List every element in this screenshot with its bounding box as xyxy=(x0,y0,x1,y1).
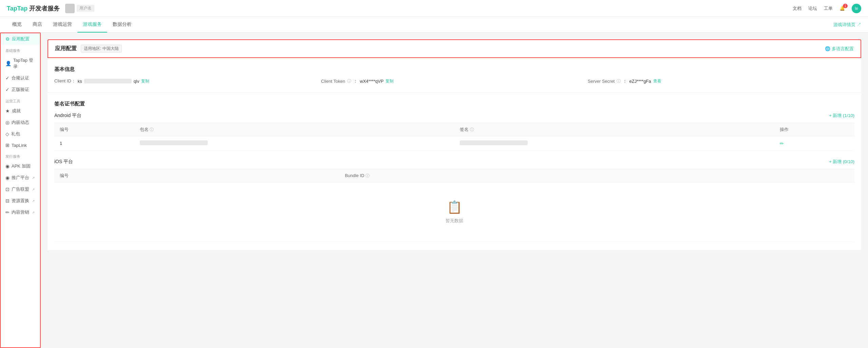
user-avatar[interactable]: Ie xyxy=(852,4,861,13)
achievements-icon: ★ xyxy=(5,108,10,114)
edit-icon[interactable]: ✏ xyxy=(780,141,784,146)
sidebar-item-label: 内容营销 xyxy=(12,209,29,215)
apk-icon: ◉ xyxy=(5,163,10,169)
sidebar-item-achievements[interactable]: ★ 成就 xyxy=(1,105,40,117)
sidebar-item-resource-exchange[interactable]: ⊟ 资源置换 ↗ xyxy=(1,195,40,207)
server-secret-info-icon[interactable]: ⓘ xyxy=(617,78,621,84)
bundle-id-info-icon[interactable]: ⓘ xyxy=(365,173,370,178)
sidebar-group-publish: 发行服务 xyxy=(1,151,40,160)
client-id-copy-btn[interactable]: 复制 xyxy=(141,78,149,84)
row-signature xyxy=(454,136,774,151)
sidebar-group-basic-service: 基础服务 xyxy=(1,45,40,55)
android-platform-header: Android 平台 + 新增 (1/10) xyxy=(54,113,854,119)
sidebar-item-label: 推广平台 xyxy=(12,175,29,181)
main-nav: 概览 商店 游戏运营 游戏服务 数据分析 游戏详情页 ↗ xyxy=(0,17,868,33)
client-token-copy-btn[interactable]: 复制 xyxy=(385,78,394,84)
game-detail-link[interactable]: 游戏详情页 ↗ xyxy=(833,22,861,28)
forum-link[interactable]: 论坛 xyxy=(808,5,817,12)
android-col-signature: 签名 ⓘ xyxy=(454,123,774,136)
android-col-action: 操作 xyxy=(774,123,854,136)
sidebar-item-taplink[interactable]: ⊞ TapLink xyxy=(1,140,40,151)
client-token-item: Client Token ⓘ ： wX4****qVP 复制 xyxy=(321,78,588,84)
client-token-info-icon[interactable]: ⓘ xyxy=(347,78,351,84)
page-title: 应用配置 xyxy=(55,45,77,52)
nav-overview[interactable]: 概览 xyxy=(7,17,27,33)
nav-game-service[interactable]: 游戏服务 xyxy=(77,17,107,33)
sidebar-item-label: 广告联盟 xyxy=(12,186,29,192)
sidebar-item-official-verify[interactable]: ✓ 正版验证 xyxy=(1,84,40,95)
app-config-icon: ⚙ xyxy=(5,36,10,42)
sidebar-item-promo-platform[interactable]: ◉ 推广平台 ↗ xyxy=(1,172,40,183)
promo-icon: ◉ xyxy=(5,175,10,180)
sidebar-item-label: 成就 xyxy=(12,108,21,114)
ios-table-body: 📋 暂无数据 xyxy=(54,182,854,242)
android-cert-table: 编号 包名 ⓘ 签名 ⓘ 操作 1 xyxy=(54,123,854,151)
android-table-header: 编号 包名 ⓘ 签名 ⓘ 操作 xyxy=(54,123,854,136)
nav-data-analysis[interactable]: 数据分析 xyxy=(107,17,137,33)
taplink-icon: ⊞ xyxy=(5,142,10,148)
docs-link[interactable]: 文档 xyxy=(793,5,801,12)
ios-table-header: 编号 Bundle ID ⓘ xyxy=(54,169,854,182)
cert-config-section: 签名证书配置 Android 平台 + 新增 (1/10) 编号 包名 ⓘ 签名 xyxy=(48,93,861,250)
sidebar-item-embedded-dynamic[interactable]: ◎ 内嵌动态 xyxy=(1,117,40,128)
ios-platform-label: iOS 平台 xyxy=(54,159,73,165)
multilang-label: 多语言配置 xyxy=(832,46,854,52)
server-secret-label: Server Secret xyxy=(588,79,615,84)
sidebar-item-ad-alliance[interactable]: ⊡ 广告联盟 ↗ xyxy=(1,183,40,195)
sidebar-item-label: TapTap 登录 xyxy=(13,57,35,70)
signature-masked xyxy=(460,140,528,145)
embedded-icon: ◎ xyxy=(5,120,10,125)
signature-info-icon[interactable]: ⓘ xyxy=(470,127,474,132)
android-platform-label: Android 平台 xyxy=(54,113,81,119)
ticket-link[interactable]: 工单 xyxy=(824,5,833,12)
ios-col-no: 编号 xyxy=(54,169,339,182)
nav-game-ops[interactable]: 游戏运营 xyxy=(48,17,77,33)
main-content: 应用配置 适用地区: 中国大陆 🌐 多语言配置 基本信息 Client ID： … xyxy=(41,33,868,348)
server-secret-value: eZJ****gFa xyxy=(629,79,651,84)
android-col-no: 编号 xyxy=(54,123,134,136)
notification-badge: 1 xyxy=(843,4,848,8)
cert-config-title: 签名证书配置 xyxy=(54,101,854,107)
ios-col-bundle-id: Bundle ID ⓘ xyxy=(339,169,854,182)
basic-info-row: Client ID： ks qlv 复制 Client Token ⓘ ： wX… xyxy=(54,78,854,84)
sidebar-item-label: TapLink xyxy=(12,143,27,148)
client-id-label: Client ID： xyxy=(54,78,76,84)
sidebar-item-taptap-login[interactable]: 👤 TapTap 登录 xyxy=(1,55,40,72)
client-id-item: Client ID： ks qlv 复制 xyxy=(54,78,321,84)
region-tag: 适用地区: 中国大陆 xyxy=(81,45,122,53)
sidebar-item-content-marketing[interactable]: ✏ 内容营销 ↗ xyxy=(1,207,40,218)
row-action[interactable]: ✏ xyxy=(774,136,854,151)
sidebar-item-label: 合规认证 xyxy=(12,75,29,81)
server-secret-view-btn[interactable]: 查看 xyxy=(653,78,661,84)
sidebar-item-apk-shield[interactable]: ◉ APK 加固 xyxy=(1,160,40,172)
sidebar-item-label: 资源置换 xyxy=(12,198,29,204)
notification-icon[interactable]: 🔔 1 xyxy=(839,6,845,11)
row-package xyxy=(134,136,454,151)
page-header: 应用配置 适用地区: 中国大陆 🌐 多语言配置 xyxy=(48,39,861,58)
package-info-icon[interactable]: ⓘ xyxy=(150,127,154,132)
row-no: 1 xyxy=(54,136,134,151)
compliance-icon: ✓ xyxy=(5,75,10,81)
nav-store[interactable]: 商店 xyxy=(27,17,48,33)
sidebar-item-compliance[interactable]: ✓ 合规认证 xyxy=(1,72,40,84)
multilang-config-btn[interactable]: 🌐 多语言配置 xyxy=(825,46,854,52)
client-id-suffix: qlv xyxy=(134,79,139,84)
client-id-prefix: ks xyxy=(78,79,82,84)
table-row: 1 ✏ xyxy=(54,136,854,151)
multilang-icon: 🌐 xyxy=(825,46,830,51)
ad-icon: ⊡ xyxy=(5,187,10,192)
ios-add-btn[interactable]: + 新增 (0/10) xyxy=(829,159,854,165)
ios-platform-header: iOS 平台 + 新增 (0/10) xyxy=(54,159,854,165)
ios-empty-cell: 📋 暂无数据 xyxy=(54,182,854,242)
android-add-btn[interactable]: + 新增 (1/10) xyxy=(829,113,854,119)
android-col-package: 包名 ⓘ xyxy=(134,123,454,136)
empty-text: 暂无数据 xyxy=(446,218,463,224)
logo: TapTap 开发者服务 xyxy=(7,4,60,13)
client-token-label: Client Token xyxy=(321,79,345,84)
external-icon: ↗ xyxy=(32,211,35,214)
external-icon: ↗ xyxy=(32,199,35,203)
sidebar-item-gift-pack[interactable]: ◇ 礼包 xyxy=(1,128,40,140)
logo-text: TapTap 开发者服务 xyxy=(7,4,60,13)
header: TapTap 开发者服务 用户名 文档 论坛 工单 🔔 1 Ie xyxy=(0,0,868,17)
sidebar-item-app-config[interactable]: ⚙ 应用配置 xyxy=(1,33,40,45)
